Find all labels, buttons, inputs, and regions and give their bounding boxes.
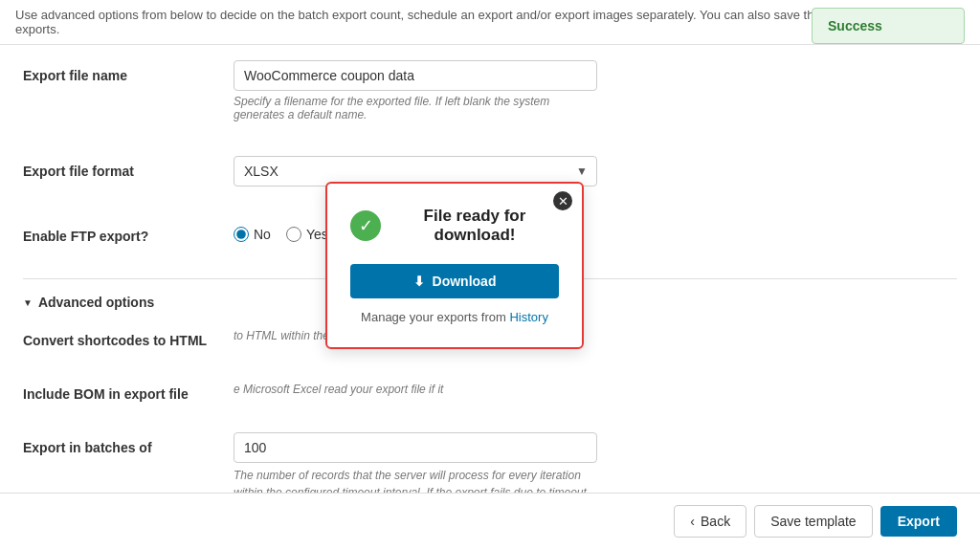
bottom-bar: ‹ Back Save template Export (0, 493, 980, 549)
export-file-name-input[interactable]: WooCommerce coupon data (234, 60, 597, 91)
export-file-name-wrap: WooCommerce coupon data Specify a filena… (234, 60, 957, 121)
include-bom-label: Include BOM in export file (23, 379, 234, 402)
export-file-format-label: Export file format (23, 156, 234, 179)
export-file-name-hint: Specify a filename for the exported file… (234, 95, 597, 121)
modal-title-row: ✓ File ready for download! (350, 207, 559, 245)
export-button[interactable]: Export (880, 506, 957, 537)
convert-shortcodes-label: Convert shortcodes to HTML (23, 325, 234, 348)
download-icon: ⬇ (413, 274, 425, 289)
include-bom-hint: e Microsoft Excel read your export file … (234, 383, 597, 396)
include-bom-row: Include BOM in export file e Microsoft E… (23, 379, 957, 419)
ftp-no-option[interactable]: No (234, 227, 271, 242)
export-batches-input[interactable] (234, 432, 597, 463)
check-circle-icon: ✓ (350, 210, 381, 241)
chevron-down-icon: ▼ (23, 297, 33, 308)
ftp-export-label: Enable FTP export? (23, 221, 234, 244)
history-link[interactable]: History (509, 310, 547, 324)
download-modal: ✕ ✓ File ready for download! ⬇ Download … (325, 182, 584, 349)
success-toast: Success (812, 8, 965, 44)
modal-close-button[interactable]: ✕ (553, 191, 572, 210)
modal-footer: Manage your exports from History (350, 310, 559, 324)
download-button[interactable]: ⬇ Download (350, 264, 559, 298)
modal-title: File ready for download! (390, 207, 559, 245)
ftp-yes-option[interactable]: Yes (286, 227, 328, 242)
include-bom-wrap: e Microsoft Excel read your export file … (234, 379, 957, 396)
export-file-name-row: Export file name WooCommerce coupon data… (23, 60, 957, 139)
export-batches-label: Export in batches of (23, 432, 234, 455)
back-icon: ‹ (690, 514, 695, 529)
save-template-button[interactable]: Save template (754, 505, 873, 538)
export-file-name-label: Export file name (23, 60, 234, 83)
back-button[interactable]: ‹ Back (674, 505, 746, 538)
